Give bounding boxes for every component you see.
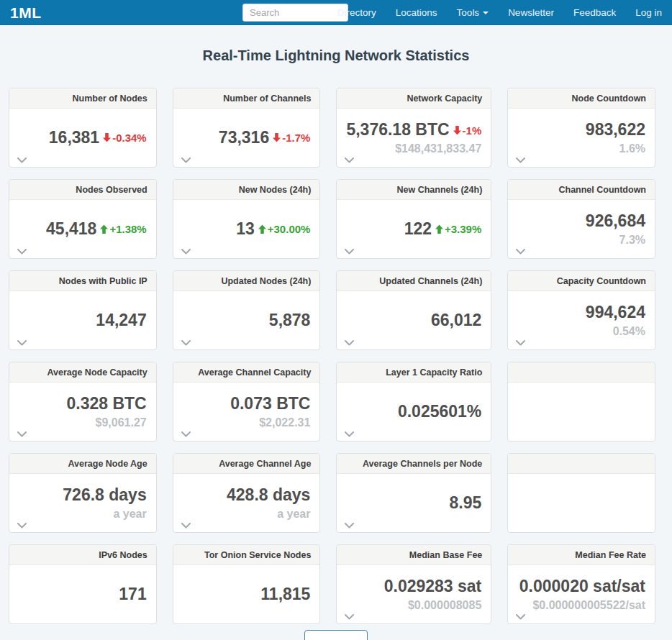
- stat-card-body: [508, 474, 655, 532]
- stat-sub-value: a year: [277, 508, 310, 521]
- chevron-down-icon[interactable]: [17, 431, 27, 437]
- stat-change: -0.34%: [103, 132, 147, 144]
- stat-card: Updated Nodes (24h) 5,878: [173, 270, 321, 350]
- stat-card: Channel Countdown 926,684 7.3%: [507, 179, 655, 259]
- stat-card-body: 8.95: [337, 474, 491, 532]
- stat-sub-value: $2,022.31: [259, 416, 310, 429]
- chevron-down-icon[interactable]: [345, 249, 354, 255]
- stat-value: 5,376.18 BTC: [346, 120, 449, 140]
- stat-card-body: 66,012: [337, 291, 491, 349]
- stat-card-body: 0.000020 sat/sat $0.000000005522/sat: [508, 565, 655, 623]
- twitter-icon[interactable]: [306, 6, 318, 19]
- stat-card-body: 0.328 BTC $9,061.27: [9, 383, 156, 441]
- navbar-links: Directory Locations Tools Newsletter Fee…: [306, 0, 662, 25]
- chevron-down-icon[interactable]: [516, 614, 525, 620]
- brand-logo[interactable]: 1ML: [10, 0, 42, 25]
- chevron-down-icon[interactable]: [345, 157, 354, 163]
- stat-value-line: 926,684: [586, 211, 645, 231]
- nav-link-newsletter[interactable]: Newsletter: [508, 0, 554, 25]
- stat-value: 0.000020 sat/sat: [519, 577, 645, 596]
- stat-card-body: 122 +3.39%: [337, 200, 491, 258]
- nav-link-locations[interactable]: Locations: [396, 0, 437, 25]
- stat-value: 0.073 BTC: [230, 394, 310, 413]
- stat-card: Layer 1 Capacity Ratio 0.025601%: [336, 362, 491, 442]
- chevron-down-icon[interactable]: [345, 431, 354, 437]
- chevron-down-icon[interactable]: [181, 431, 191, 437]
- chevron-down-icon[interactable]: [17, 523, 27, 529]
- page: 1ML Directory Locations Tools Newsletter…: [0, 0, 672, 640]
- chevron-down-icon[interactable]: [345, 614, 354, 620]
- stat-card-title: Average Node Capacity: [9, 362, 156, 383]
- stat-card: Updated Channels (24h) 66,012: [336, 270, 491, 350]
- stat-sub-value: 0.54%: [613, 325, 645, 338]
- chevron-down-icon[interactable]: [181, 340, 191, 346]
- stat-value: 45,418: [46, 219, 96, 239]
- stat-card: Median Base Fee 0.029283 sat $0.00000808…: [336, 544, 491, 624]
- stat-value: 8.95: [450, 493, 482, 513]
- chevron-down-icon[interactable]: [17, 340, 27, 346]
- stat-card: IPv6 Nodes 171: [9, 544, 157, 624]
- stat-card: Average Channel Age 428.8 days a year: [173, 453, 321, 533]
- stat-card: Number of Channels 73,316 -1.7%: [173, 88, 321, 168]
- stat-value-line: 8.95: [450, 493, 482, 513]
- stat-card-title: Median Base Fee: [337, 545, 491, 565]
- stat-value: 428.8 days: [227, 485, 310, 505]
- stat-card-body: 983,622 1.6%: [508, 109, 655, 167]
- stat-card-body: 13 +30.00%: [173, 200, 320, 258]
- chevron-down-icon[interactable]: [345, 340, 354, 346]
- stat-change-percent: -1.7%: [282, 132, 310, 144]
- chevron-down-icon[interactable]: [17, 249, 27, 255]
- stat-card-body: 5,376.18 BTC -1% $148,431,833.47: [337, 109, 491, 167]
- stat-card: Tor Onion Service Nodes 11,815: [173, 544, 321, 624]
- stat-card: Node Countdown 983,622 1.6%: [507, 88, 655, 168]
- stat-value-line: 726.8 days: [63, 485, 146, 505]
- chevron-down-icon[interactable]: [516, 249, 525, 255]
- more-button[interactable]: [304, 630, 368, 640]
- chevron-down-icon[interactable]: [516, 340, 525, 346]
- stat-value: 16,381: [49, 128, 99, 147]
- stat-change: +1.38%: [100, 223, 146, 235]
- stat-sub-value: 7.3%: [619, 234, 645, 247]
- stat-card: Average Channels per Node 8.95: [336, 453, 491, 533]
- stat-card: [507, 362, 655, 442]
- stat-card-body: 14,247: [9, 291, 156, 349]
- stat-change-percent: +1.38%: [109, 223, 146, 235]
- footer: [0, 630, 672, 640]
- stat-change-percent: +30.00%: [268, 223, 311, 235]
- chevron-down-icon[interactable]: [181, 157, 191, 163]
- stat-value-line: 16,381 -0.34%: [49, 128, 147, 147]
- nav-link-tools[interactable]: Tools: [457, 0, 489, 25]
- stat-value-line: 428.8 days: [227, 485, 310, 505]
- stat-value-line: 45,418 +1.38%: [46, 219, 147, 239]
- stat-sub-value: $148,431,833.47: [395, 142, 481, 155]
- stat-value-line: 5,376.18 BTC -1%: [346, 120, 481, 140]
- chevron-down-icon[interactable]: [516, 157, 525, 163]
- stat-card-title: Average Channel Age: [173, 454, 320, 474]
- chevron-down-icon[interactable]: [181, 249, 191, 255]
- chevron-down-icon[interactable]: [345, 523, 354, 529]
- stat-value-line: 0.029283 sat: [384, 577, 482, 596]
- nav-link-directory[interactable]: Directory: [337, 0, 376, 25]
- nav-link-feedback[interactable]: Feedback: [573, 0, 616, 25]
- stat-value-line: 73,316 -1.7%: [219, 128, 311, 147]
- arrow-up-icon: [100, 224, 108, 234]
- nav-link-label: Locations: [396, 0, 437, 25]
- stat-card-body: 726.8 days a year: [9, 474, 156, 532]
- stat-change-percent: +3.39%: [445, 223, 481, 235]
- stat-card-title: Median Fee Rate: [508, 545, 655, 565]
- chevron-down-icon[interactable]: [181, 523, 191, 529]
- stat-card-title: Nodes Observed: [9, 180, 156, 200]
- chevron-down-icon[interactable]: [17, 157, 27, 163]
- stat-card-title: Network Capacity: [337, 88, 491, 109]
- arrow-down-icon: [273, 133, 281, 142]
- stat-value-line: 983,622: [586, 120, 645, 140]
- stat-value-line: 0.025601%: [398, 402, 481, 421]
- stats-grid: Number of Nodes 16,381 -0.34% Number of …: [9, 88, 655, 624]
- stat-card: Average Channel Capacity 0.073 BTC $2,02…: [173, 362, 321, 442]
- nav-link-login[interactable]: Log in: [635, 0, 662, 25]
- stat-value: 0.029283 sat: [384, 577, 482, 596]
- stat-value: 5,878: [269, 311, 311, 330]
- stat-sub-value: $0.000008085: [408, 599, 481, 612]
- stat-card-title: IPv6 Nodes: [9, 545, 156, 565]
- stat-value: 726.8 days: [63, 485, 146, 505]
